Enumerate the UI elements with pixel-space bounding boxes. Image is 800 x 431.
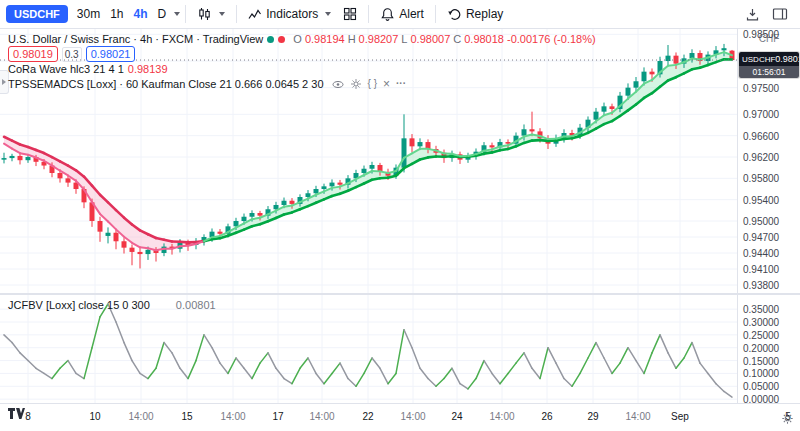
alert-button[interactable]: Alert (374, 4, 430, 25)
indicator-cora-title[interactable]: CoRa Wave hlc3 21 4 1 (8, 63, 124, 75)
indicator-controls: { } × ··· (332, 78, 406, 90)
oscillator-legend: JCFBV [Loxx] close 15 0 300 0.00801 (8, 299, 216, 311)
buy-marker-dot[interactable] (267, 36, 274, 43)
symbol-label: USDCHF (14, 8, 60, 20)
time-axis-label: 17 (272, 411, 283, 422)
symbol-search-button[interactable]: USDCHF (6, 5, 68, 23)
price-axis-label: 0.96200 (743, 152, 779, 163)
bid-price-pill[interactable]: 0.98019 (8, 46, 58, 62)
download-layout-button[interactable] (739, 4, 766, 25)
price-axis-label: 0.98500 (743, 29, 779, 40)
time-axis-label: 15 (181, 411, 192, 422)
interval-30m[interactable]: 30m (72, 4, 105, 24)
panel-right-icon (772, 7, 788, 21)
time-axis-label: 26 (541, 411, 552, 422)
sell-marker-dot[interactable] (278, 36, 285, 43)
toolbar-divider (185, 5, 186, 23)
chevron-down-icon[interactable] (174, 12, 180, 16)
replay-button[interactable]: Replay (441, 4, 509, 25)
ask-price-pill[interactable]: 0.98021 (86, 46, 136, 62)
price-axis-label: 0.93800 (743, 280, 779, 291)
oscillator-value: 0.00801 (176, 299, 216, 311)
price-axis[interactable]: CHF 0.985000.980000.975000.970000.966000… (737, 29, 800, 403)
chevron-right-icon (2, 79, 6, 85)
indicators-icon (248, 8, 262, 21)
replay-label: Replay (466, 7, 503, 21)
chart-type-button[interactable] (191, 4, 231, 24)
gear-icon[interactable] (350, 78, 362, 90)
pane-separator[interactable] (0, 293, 800, 295)
bar-countdown: 01:56:01 (739, 66, 799, 78)
oscillator-canvas[interactable] (0, 295, 737, 403)
low-value: 0.98007 (410, 33, 450, 45)
price-axis-label: 0.94100 (743, 264, 779, 275)
interval-4h[interactable]: 4h (129, 4, 153, 24)
time-axis-label: 22 (362, 411, 373, 422)
download-icon (745, 7, 760, 22)
top-toolbar: USDCHF 30m1h4hD Indicators (0, 0, 800, 29)
price-axis-label: 0.94700 (743, 232, 779, 243)
more-icon[interactable]: ··· (396, 79, 406, 89)
last-price-value: 0.98018 (775, 54, 799, 64)
candlestick-icon (197, 7, 212, 21)
time-axis-label: Sep (671, 411, 689, 422)
time-axis-label: 24 (451, 411, 462, 422)
indicators-label: Indicators (266, 7, 318, 21)
time-axis-label: 14:00 (400, 411, 425, 422)
chart-legend: U.S. Dollar / Swiss Franc · 4h · FXCM · … (8, 32, 596, 92)
indicators-button[interactable]: Indicators (242, 4, 337, 24)
quote-row: 0.98019 0.3 0.98021 (8, 47, 596, 61)
open-label: O (293, 33, 302, 45)
high-label: H (348, 33, 356, 45)
change-value: -0.00176 (-0.18%) (507, 33, 596, 45)
price-axis-label: 0.97000 (743, 109, 779, 120)
chevron-down-icon (219, 12, 225, 16)
grid-icon (343, 7, 357, 21)
time-axis-label: 29 (587, 411, 598, 422)
ohlc-readout: O 0.98194 H 0.98207 L 0.98007 C 0.98018 … (293, 33, 595, 45)
price-axis-label: 0.95400 (743, 194, 779, 205)
time-axis[interactable]: 81014:001514:001714:002214:002414:002629… (0, 403, 800, 431)
oscillator-title[interactable]: JCFBV [Loxx] close 15 0 300 (8, 299, 150, 311)
braces-icon[interactable]: { } (368, 79, 377, 89)
open-value: 0.98194 (305, 33, 345, 45)
low-label: L (401, 33, 407, 45)
toolbar-divider (435, 5, 436, 23)
indicator-row-tps: TPSSEMADCS [Loxx] · 60 Kaufman Close 21 … (8, 77, 596, 91)
gear-icon[interactable] (781, 411, 794, 429)
high-value: 0.98207 (359, 33, 399, 45)
tradingview-logo[interactable] (8, 405, 25, 423)
oscillator-axis-label: 0.20000 (743, 342, 779, 353)
symbol-legend-row: U.S. Dollar / Swiss Franc · 4h · FXCM · … (8, 32, 596, 46)
price-axis-label: 0.97500 (743, 82, 779, 93)
time-axis-label: 14:00 (625, 411, 650, 422)
last-price-badge: USDCHF 0.98018 01:56:01 (739, 52, 799, 78)
oscillator-axis-label: 0.25000 (743, 329, 779, 340)
interval-1h[interactable]: 1h (105, 4, 128, 24)
time-axis-label: 14:00 (309, 411, 334, 422)
replay-icon (447, 7, 462, 22)
close-icon[interactable]: × (383, 79, 390, 89)
oscillator-axis-labels: 0.350000.300000.250000.200000.150000.100… (738, 295, 800, 403)
oscillator-axis-label: 0.35000 (743, 304, 779, 315)
close-value: 0.98018 (464, 33, 504, 45)
interval-group: 30m1h4hD (72, 4, 171, 24)
bell-icon (380, 7, 395, 22)
price-axis-label: 0.95000 (743, 216, 779, 227)
oscillator-axis-label: 0.30000 (743, 317, 779, 328)
oscillator-axis-label: 0.15000 (743, 355, 779, 366)
indicator-row-cora: CoRa Wave hlc3 21 4 1 0.98139 (8, 62, 596, 76)
time-axis-label: 14:00 (128, 411, 153, 422)
toolbar-divider (236, 5, 237, 23)
symbol-title[interactable]: U.S. Dollar / Swiss Franc · 4h · FXCM · … (8, 33, 263, 45)
close-label: C (453, 33, 461, 45)
last-price-symbol: USDCHF (742, 55, 775, 64)
interval-D[interactable]: D (153, 4, 172, 24)
indicator-tps-title[interactable]: TPSSEMADCS [Loxx] · 60 Kaufman Close 21 … (8, 78, 324, 90)
time-axis-label: 14:00 (220, 411, 245, 422)
panels-layout-button[interactable] (766, 4, 794, 24)
indicator-templates-button[interactable] (337, 4, 363, 24)
price-axis-label: 0.94400 (743, 248, 779, 259)
price-axis-label: 0.95800 (743, 173, 779, 184)
eye-icon[interactable] (332, 80, 344, 89)
